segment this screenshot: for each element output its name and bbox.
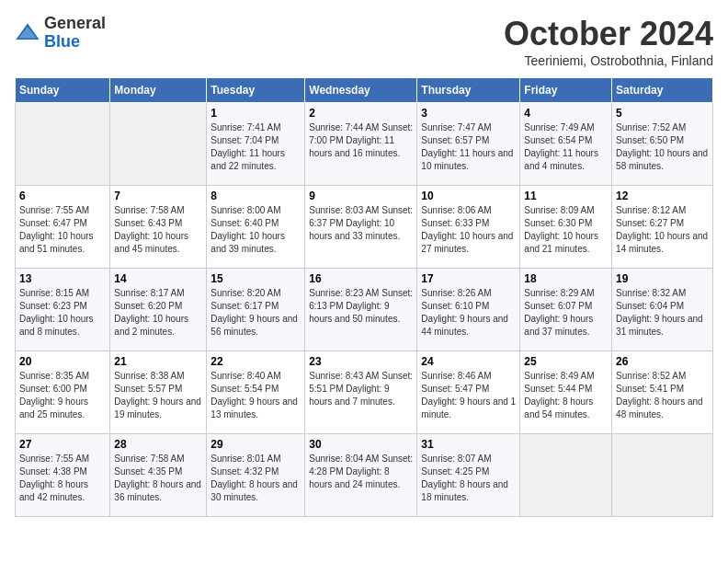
- day-info: Sunrise: 8:46 AM Sunset: 5:47 PM Dayligh…: [421, 370, 516, 421]
- day-info: Sunrise: 8:04 AM Sunset: 4:28 PM Dayligh…: [309, 453, 413, 491]
- day-number: 1: [210, 107, 301, 120]
- day-info: Sunrise: 7:49 AM Sunset: 6:54 PM Dayligh…: [524, 121, 608, 173]
- calendar-cell: 22Sunrise: 8:40 AM Sunset: 5:54 PM Dayli…: [207, 351, 305, 434]
- day-number: 31: [421, 438, 516, 451]
- calendar-cell: 30Sunrise: 8:04 AM Sunset: 4:28 PM Dayli…: [305, 434, 417, 517]
- calendar-week-row: 1Sunrise: 7:41 AM Sunset: 7:04 PM Daylig…: [16, 103, 713, 186]
- page-header: General Blue October 2024 Teeriniemi, Os…: [15, 15, 713, 68]
- calendar-cell: 1Sunrise: 7:41 AM Sunset: 7:04 PM Daylig…: [207, 103, 305, 186]
- day-number: 16: [309, 272, 413, 285]
- day-info: Sunrise: 8:43 AM Sunset: 5:51 PM Dayligh…: [309, 370, 413, 408]
- day-number: 7: [114, 190, 202, 202]
- calendar-cell: 25Sunrise: 8:49 AM Sunset: 5:44 PM Dayli…: [520, 351, 612, 434]
- day-number: 12: [616, 190, 709, 202]
- day-info: Sunrise: 8:29 AM Sunset: 6:07 PM Dayligh…: [524, 287, 608, 339]
- day-info: Sunrise: 8:12 AM Sunset: 6:27 PM Dayligh…: [616, 204, 709, 256]
- day-info: Sunrise: 7:55 AM Sunset: 6:47 PM Dayligh…: [19, 204, 106, 256]
- day-number: 30: [309, 438, 413, 451]
- logo-text: General Blue: [44, 15, 106, 52]
- day-number: 9: [309, 190, 413, 202]
- day-number: 15: [210, 272, 301, 285]
- calendar-cell: 3Sunrise: 7:47 AM Sunset: 6:57 PM Daylig…: [417, 103, 520, 186]
- calendar-cell: 2Sunrise: 7:44 AM Sunset: 7:00 PM Daylig…: [305, 103, 417, 186]
- calendar-cell: 4Sunrise: 7:49 AM Sunset: 6:54 PM Daylig…: [520, 103, 612, 186]
- day-info: Sunrise: 8:32 AM Sunset: 6:04 PM Dayligh…: [616, 287, 709, 339]
- calendar-cell: [520, 434, 612, 517]
- calendar-week-row: 27Sunrise: 7:55 AM Sunset: 4:38 PM Dayli…: [16, 434, 713, 517]
- calendar-cell: [612, 434, 713, 517]
- day-number: 6: [19, 190, 106, 202]
- calendar-cell: 16Sunrise: 8:23 AM Sunset: 6:13 PM Dayli…: [305, 269, 417, 351]
- calendar-cell: 27Sunrise: 7:55 AM Sunset: 4:38 PM Dayli…: [16, 434, 110, 517]
- weekday-header-row: SundayMondayTuesdayWednesdayThursdayFrid…: [16, 78, 713, 103]
- day-number: 3: [421, 107, 516, 120]
- day-info: Sunrise: 8:40 AM Sunset: 5:54 PM Dayligh…: [210, 370, 301, 421]
- day-info: Sunrise: 8:15 AM Sunset: 6:23 PM Dayligh…: [19, 287, 106, 339]
- day-info: Sunrise: 8:06 AM Sunset: 6:33 PM Dayligh…: [421, 204, 516, 256]
- day-info: Sunrise: 8:03 AM Sunset: 6:37 PM Dayligh…: [309, 204, 413, 243]
- weekday-header-thursday: Thursday: [417, 78, 520, 103]
- calendar-table: SundayMondayTuesdayWednesdayThursdayFrid…: [15, 77, 713, 517]
- calendar-week-row: 13Sunrise: 8:15 AM Sunset: 6:23 PM Dayli…: [16, 269, 713, 351]
- weekday-header-sunday: Sunday: [16, 78, 110, 103]
- day-info: Sunrise: 7:41 AM Sunset: 7:04 PM Dayligh…: [210, 121, 301, 173]
- calendar-cell: 23Sunrise: 8:43 AM Sunset: 5:51 PM Dayli…: [305, 351, 417, 434]
- day-number: 11: [524, 190, 608, 202]
- day-info: Sunrise: 8:07 AM Sunset: 4:25 PM Dayligh…: [421, 453, 516, 504]
- calendar-cell: 15Sunrise: 8:20 AM Sunset: 6:17 PM Dayli…: [207, 269, 305, 351]
- day-info: Sunrise: 8:01 AM Sunset: 4:32 PM Dayligh…: [210, 453, 301, 504]
- calendar-cell: 20Sunrise: 8:35 AM Sunset: 6:00 PM Dayli…: [16, 351, 110, 434]
- weekday-header-monday: Monday: [110, 78, 207, 103]
- day-number: 10: [421, 190, 516, 202]
- calendar-cell: 19Sunrise: 8:32 AM Sunset: 6:04 PM Dayli…: [612, 269, 713, 351]
- day-number: 28: [114, 438, 202, 451]
- calendar-cell: 6Sunrise: 7:55 AM Sunset: 6:47 PM Daylig…: [16, 186, 110, 269]
- location-subtitle: Teeriniemi, Ostrobothnia, Finland: [504, 53, 713, 68]
- calendar-cell: 29Sunrise: 8:01 AM Sunset: 4:32 PM Dayli…: [207, 434, 305, 517]
- day-info: Sunrise: 7:58 AM Sunset: 4:35 PM Dayligh…: [114, 453, 202, 504]
- day-number: 26: [616, 355, 709, 368]
- calendar-cell: 28Sunrise: 7:58 AM Sunset: 4:35 PM Dayli…: [110, 434, 207, 517]
- calendar-cell: 10Sunrise: 8:06 AM Sunset: 6:33 PM Dayli…: [417, 186, 520, 269]
- day-info: Sunrise: 8:49 AM Sunset: 5:44 PM Dayligh…: [524, 370, 608, 421]
- calendar-week-row: 6Sunrise: 7:55 AM Sunset: 6:47 PM Daylig…: [16, 186, 713, 269]
- day-number: 29: [210, 438, 301, 451]
- calendar-cell: [16, 103, 110, 186]
- calendar-cell: 8Sunrise: 8:00 AM Sunset: 6:40 PM Daylig…: [207, 186, 305, 269]
- day-number: 19: [616, 272, 709, 285]
- weekday-header-saturday: Saturday: [612, 78, 713, 103]
- calendar-cell: [110, 103, 207, 186]
- day-number: 22: [210, 355, 301, 368]
- calendar-cell: 13Sunrise: 8:15 AM Sunset: 6:23 PM Dayli…: [16, 269, 110, 351]
- day-info: Sunrise: 8:35 AM Sunset: 6:00 PM Dayligh…: [19, 370, 106, 421]
- day-info: Sunrise: 7:44 AM Sunset: 7:00 PM Dayligh…: [309, 121, 413, 160]
- day-number: 25: [524, 355, 608, 368]
- day-info: Sunrise: 8:52 AM Sunset: 5:41 PM Dayligh…: [616, 370, 709, 421]
- weekday-header-tuesday: Tuesday: [207, 78, 305, 103]
- month-title: October 2024: [504, 15, 713, 53]
- calendar-week-row: 20Sunrise: 8:35 AM Sunset: 6:00 PM Dayli…: [16, 351, 713, 434]
- day-info: Sunrise: 8:09 AM Sunset: 6:30 PM Dayligh…: [524, 204, 608, 256]
- day-info: Sunrise: 8:17 AM Sunset: 6:20 PM Dayligh…: [114, 287, 202, 339]
- calendar-cell: 5Sunrise: 7:52 AM Sunset: 6:50 PM Daylig…: [612, 103, 713, 186]
- day-number: 14: [114, 272, 202, 285]
- day-info: Sunrise: 8:00 AM Sunset: 6:40 PM Dayligh…: [210, 204, 301, 256]
- calendar-cell: 11Sunrise: 8:09 AM Sunset: 6:30 PM Dayli…: [520, 186, 612, 269]
- day-info: Sunrise: 8:26 AM Sunset: 6:10 PM Dayligh…: [421, 287, 516, 339]
- day-info: Sunrise: 7:52 AM Sunset: 6:50 PM Dayligh…: [616, 121, 709, 173]
- calendar-cell: 12Sunrise: 8:12 AM Sunset: 6:27 PM Dayli…: [612, 186, 713, 269]
- day-info: Sunrise: 8:38 AM Sunset: 5:57 PM Dayligh…: [114, 370, 202, 421]
- day-number: 4: [524, 107, 608, 120]
- day-number: 2: [309, 107, 413, 120]
- logo: General Blue: [15, 15, 106, 52]
- day-number: 13: [19, 272, 106, 285]
- day-number: 8: [210, 190, 301, 202]
- day-info: Sunrise: 8:20 AM Sunset: 6:17 PM Dayligh…: [210, 287, 301, 339]
- title-block: October 2024 Teeriniemi, Ostrobothnia, F…: [504, 15, 713, 68]
- calendar-cell: 24Sunrise: 8:46 AM Sunset: 5:47 PM Dayli…: [417, 351, 520, 434]
- day-number: 20: [19, 355, 106, 368]
- calendar-cell: 17Sunrise: 8:26 AM Sunset: 6:10 PM Dayli…: [417, 269, 520, 351]
- day-number: 17: [421, 272, 516, 285]
- calendar-cell: 9Sunrise: 8:03 AM Sunset: 6:37 PM Daylig…: [305, 186, 417, 269]
- day-info: Sunrise: 8:23 AM Sunset: 6:13 PM Dayligh…: [309, 287, 413, 326]
